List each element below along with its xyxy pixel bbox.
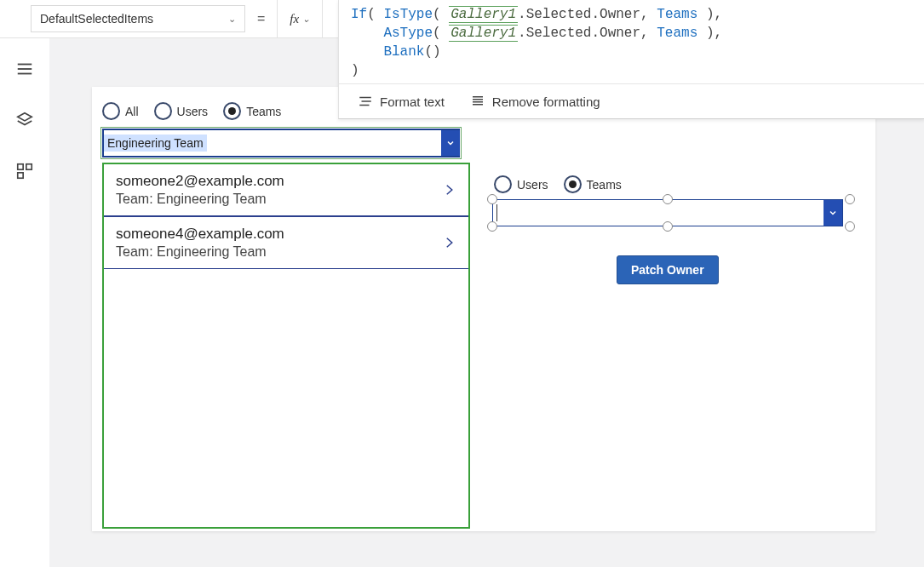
fx-label: fx <box>290 12 299 26</box>
property-dropdown[interactable]: DefaultSelectedItems ⌄ <box>31 5 245 32</box>
gallery-row-email: someone4@example.com <box>116 226 284 243</box>
gallery-row-team: Team: Engineering Team <box>116 244 284 260</box>
layers-icon[interactable] <box>15 111 34 129</box>
app-screen: All Users Teams Engineering Team <box>92 87 875 531</box>
remove-formatting-button[interactable]: Remove formatting <box>470 94 600 109</box>
radio-users[interactable]: Users <box>154 102 209 120</box>
radio-label: Teams <box>246 105 281 118</box>
svg-rect-13 <box>18 173 23 178</box>
formula-token: .Selected.Owner, <box>518 26 657 41</box>
chevron-down-icon: ⌄ <box>302 14 310 25</box>
formula-token: ( <box>433 7 449 22</box>
equals-sign: = <box>257 11 265 26</box>
svg-rect-12 <box>26 164 32 169</box>
gallery-row[interactable]: someone2@example.com Team: Engineering T… <box>104 164 468 216</box>
formula-token: ) <box>351 63 359 78</box>
formula-token: Teams <box>657 7 697 22</box>
right-radio-group: Users Teams <box>494 175 622 193</box>
left-panel: All Users Teams Engineering Team <box>102 102 465 529</box>
radio-label: Users <box>177 105 209 118</box>
combobox-value: Engineering Team <box>104 135 207 152</box>
radio-icon <box>494 175 512 193</box>
formula-token: ), <box>697 7 722 22</box>
radio-icon <box>564 175 582 193</box>
formula-bar: If( IsType( Gallery1.Selected.Owner, Tea… <box>338 0 924 119</box>
selected-control-wrap <box>484 194 858 228</box>
resize-handle[interactable] <box>845 221 855 232</box>
svg-rect-11 <box>18 164 23 169</box>
dropdown-button[interactable] <box>441 130 460 156</box>
format-text-button[interactable]: Format text <box>358 94 445 109</box>
radio-all[interactable]: All <box>102 102 139 120</box>
remove-formatting-label: Remove formatting <box>492 94 600 109</box>
formula-token: Gallery1 <box>449 25 518 42</box>
formula-token: ), <box>697 26 722 41</box>
formula-token: If <box>351 7 367 22</box>
gallery-row-email: someone2@example.com <box>116 173 284 190</box>
gallery-row-team: Team: Engineering Team <box>116 192 284 207</box>
formula-token: Teams <box>657 26 697 41</box>
formula-token: .Selected.Owner, <box>518 7 657 22</box>
resize-handle[interactable] <box>663 221 673 232</box>
formula-token: Blank <box>383 44 424 60</box>
dropdown-button[interactable] <box>824 200 842 226</box>
radio-icon <box>154 102 172 120</box>
radio-label: Users <box>517 178 548 192</box>
chevron-down-icon: ⌄ <box>228 14 236 25</box>
resize-handle[interactable] <box>487 221 497 232</box>
gallery-row[interactable]: someone4@example.com Team: Engineering T… <box>104 216 468 269</box>
formula-token: IsType <box>383 7 433 22</box>
property-dropdown-label: DefaultSelectedItems <box>40 12 153 26</box>
format-text-icon <box>358 94 373 109</box>
components-icon[interactable] <box>15 162 34 180</box>
gallery[interactable]: someone2@example.com Team: Engineering T… <box>102 163 470 529</box>
radio-icon <box>102 102 120 120</box>
formula-token: ( <box>367 7 376 22</box>
chevron-down-icon <box>828 208 838 218</box>
resize-handle[interactable] <box>663 194 673 204</box>
gallery-row-meta: someone4@example.com Team: Engineering T… <box>116 226 284 260</box>
radio-label: Teams <box>587 178 622 192</box>
hamburger-icon[interactable] <box>15 60 34 78</box>
radio-users-right[interactable]: Users <box>494 175 548 193</box>
text-cursor <box>496 204 497 221</box>
gallery-row-meta: someone2@example.com Team: Engineering T… <box>116 173 284 207</box>
format-text-label: Format text <box>380 94 445 109</box>
chevron-right-icon <box>441 231 456 255</box>
left-rail <box>0 37 50 567</box>
patch-owner-button[interactable]: Patch Owner <box>617 255 719 284</box>
resize-handle[interactable] <box>845 194 855 204</box>
radio-teams-right[interactable]: Teams <box>564 175 622 193</box>
formula-toolbar: Format text Remove formatting <box>339 83 924 118</box>
chevron-right-icon <box>441 178 456 202</box>
fx-dropdown[interactable]: fx ⌄ <box>277 0 323 37</box>
team-combobox[interactable]: Engineering Team <box>102 129 460 158</box>
radio-teams[interactable]: Teams <box>223 102 281 120</box>
remove-formatting-icon <box>470 94 485 109</box>
formula-editor[interactable]: If( IsType( Gallery1.Selected.Owner, Tea… <box>339 0 924 83</box>
patch-owner-label: Patch Owner <box>631 263 704 277</box>
formula-token: ( <box>433 26 449 41</box>
formula-token: AsType <box>383 26 433 41</box>
chevron-down-icon <box>445 138 456 148</box>
formula-token: () <box>424 44 440 60</box>
svg-marker-10 <box>18 113 32 121</box>
resize-handle[interactable] <box>487 194 497 204</box>
radio-icon <box>223 102 241 120</box>
formula-token: Gallery1 <box>449 6 518 23</box>
radio-label: All <box>125 105 139 118</box>
